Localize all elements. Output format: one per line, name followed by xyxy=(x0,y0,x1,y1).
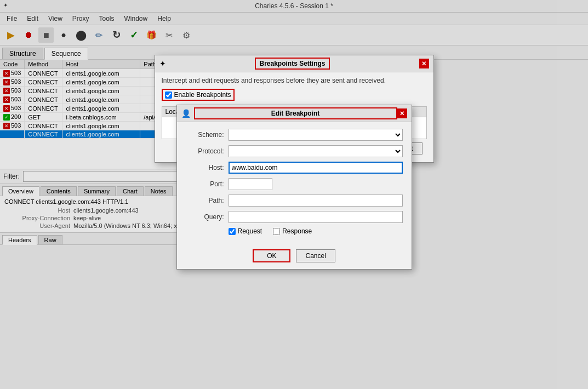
scheme-select[interactable] xyxy=(229,129,403,141)
edit-bp-body: Scheme: Protocol: Host: Port: Path: xyxy=(177,122,412,246)
edit-bp-dialog: 👤 Edit Breakpoint ✕ Scheme: Protocol: Ho… xyxy=(176,105,412,270)
query-row: Query: xyxy=(186,211,403,223)
enable-breakpoints-row: Enable Breakpoints xyxy=(162,89,427,106)
response-label: Response xyxy=(282,227,312,235)
bp-settings-dialog: ✦ Breakpoints Settings ✕ Intercept and e… xyxy=(155,55,434,163)
protocol-select[interactable] xyxy=(229,145,403,157)
bp-settings-title-text: Breakpoints Settings xyxy=(255,58,329,70)
cancel-button[interactable]: Cancel xyxy=(296,249,335,262)
bp-settings-icon: ✦ xyxy=(159,59,166,68)
query-label: Query: xyxy=(186,213,224,221)
path-row: Path: xyxy=(186,195,403,207)
host-row: Host: xyxy=(186,162,403,174)
scheme-label: Scheme: xyxy=(186,131,224,139)
query-input[interactable] xyxy=(229,211,403,223)
enable-breakpoints-label[interactable]: Enable Breakpoints xyxy=(162,89,235,101)
response-checkbox-label[interactable]: Response xyxy=(273,227,312,235)
edit-bp-title-bar: 👤 Edit Breakpoint ✕ xyxy=(177,105,412,122)
ok-button[interactable]: OK xyxy=(253,249,290,262)
request-checkbox[interactable] xyxy=(229,228,236,235)
edit-bp-title-text: Edit Breakpoint xyxy=(194,107,397,119)
scheme-row: Scheme: xyxy=(186,129,403,141)
checkboxes-row: Request Response xyxy=(186,227,403,235)
port-row: Port: xyxy=(186,178,403,190)
bp-settings-desc: Intercept and edit requests and response… xyxy=(162,77,427,84)
response-checkbox[interactable] xyxy=(273,228,280,235)
bp-settings-close-btn[interactable]: ✕ xyxy=(419,59,429,68)
request-label: Request xyxy=(238,227,262,235)
protocol-label: Protocol: xyxy=(186,147,224,155)
protocol-row: Protocol: xyxy=(186,145,403,157)
bp-settings-title-bar: ✦ Breakpoints Settings ✕ xyxy=(155,55,433,72)
enable-breakpoints-text: Enable Breakpoints xyxy=(174,91,231,99)
port-input[interactable] xyxy=(229,178,272,190)
request-checkbox-label[interactable]: Request xyxy=(229,227,262,235)
dialog-overlay: ✦ Breakpoints Settings ✕ Intercept and e… xyxy=(0,0,588,389)
edit-bp-close-btn[interactable]: ✕ xyxy=(397,108,407,118)
port-label: Port: xyxy=(186,180,224,188)
edit-bp-icon: 👤 xyxy=(181,109,191,118)
bp-settings-title: Breakpoints Settings xyxy=(166,58,419,70)
edit-bp-footer: OK Cancel xyxy=(177,246,412,269)
host-label: Host: xyxy=(186,164,224,171)
enable-breakpoints-checkbox[interactable] xyxy=(165,91,172,99)
path-label: Path: xyxy=(186,197,224,204)
host-input[interactable] xyxy=(229,162,403,174)
path-input[interactable] xyxy=(229,195,403,207)
